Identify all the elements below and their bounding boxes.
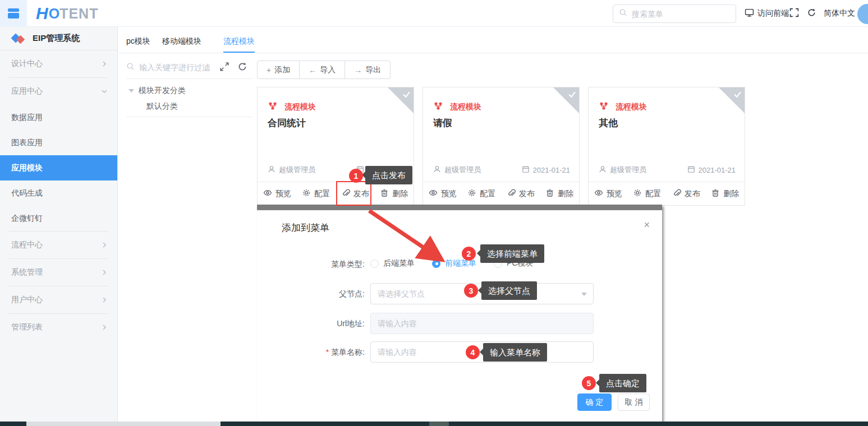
card-owner: 超级管理员	[599, 165, 646, 175]
preview-button[interactable]: 预览	[423, 182, 462, 205]
avatar[interactable]	[857, 4, 868, 24]
sidebar-collapse-button[interactable]	[0, 0, 27, 27]
sidebar-item-manage-list[interactable]: 管理列表	[0, 314, 117, 341]
card-type: 流程模块	[433, 101, 481, 113]
confirm-button[interactable]: 确 定	[577, 393, 612, 411]
import-label: 导入	[320, 65, 336, 75]
sidebar-item-label: 应用模块	[11, 163, 43, 173]
delete-button[interactable]: 删除	[375, 182, 414, 205]
sidebar-item-user-center[interactable]: 用户中心	[0, 286, 117, 313]
export-button[interactable]: →导出	[345, 61, 391, 79]
flow-icon	[433, 101, 443, 113]
parent-node-label: 父节点:	[257, 289, 365, 299]
check-icon	[568, 90, 576, 101]
sidebar-item-label: 设计中心	[11, 59, 43, 69]
publish-button[interactable]: 发布	[336, 182, 375, 205]
trash-icon	[545, 188, 554, 199]
cards-toolbar: +添加 ←导入 →导出	[257, 61, 391, 79]
config-button[interactable]: 配置	[297, 182, 336, 205]
flow-icon	[599, 101, 609, 113]
sidebar-item-label: 管理列表	[11, 322, 43, 332]
app-root: HOTENT 访问前端 简体中文	[0, 0, 868, 426]
card-owner-label: 超级管理员	[444, 165, 481, 175]
sidebar-item-wecom-dingtalk[interactable]: 企微钉钉	[0, 206, 117, 231]
trash-icon	[711, 188, 720, 199]
add-button[interactable]: +添加	[257, 61, 300, 79]
divider	[126, 117, 252, 117]
scrollbar-thumb[interactable]	[26, 422, 221, 426]
delete-label: 删除	[558, 189, 573, 199]
import-button[interactable]: ←导入	[299, 61, 345, 79]
tree-filter[interactable]	[126, 59, 219, 76]
sidebar-item-app-center[interactable]: 应用中心	[0, 78, 117, 105]
tree-node-label: 默认分类	[146, 101, 178, 112]
calendar-icon	[522, 165, 530, 175]
step-badge-2: 2	[462, 247, 476, 261]
config-button[interactable]: 配置	[628, 182, 667, 205]
publish-button[interactable]: 发布	[501, 182, 540, 205]
delete-button[interactable]: 删除	[706, 182, 745, 205]
tree-node-root[interactable]: 模块开发分类	[128, 83, 186, 99]
fullscreen-icon	[789, 8, 799, 19]
sidebar-item-label: 企微钉钉	[11, 214, 43, 224]
url-input	[370, 313, 594, 334]
card-title: 合同统计	[268, 117, 306, 129]
menu-name-label: *菜单名称:	[257, 348, 365, 358]
tree-node-default[interactable]: 默认分类	[146, 99, 178, 114]
preview-label: 预览	[441, 189, 457, 199]
preview-button[interactable]: 预览	[258, 182, 297, 205]
config-button[interactable]: 配置	[462, 182, 502, 205]
sidebar-item-app-module[interactable]: 应用模块	[0, 155, 117, 180]
step-badge-4: 4	[466, 345, 480, 359]
app-logo: HOTENT	[36, 4, 98, 22]
eye-icon	[263, 188, 272, 199]
tab-mobile-module[interactable]: 移动端模块	[162, 34, 201, 53]
publish-label: 发布	[353, 189, 369, 199]
tab-pc-module[interactable]: pc模块	[126, 34, 150, 53]
tabs-underline	[118, 53, 868, 53]
top-bar: HOTENT 访问前端 简体中文	[0, 0, 868, 27]
tree-node-label: 模块开发分类	[139, 86, 186, 96]
tab-process-module[interactable]: 流程模块	[223, 34, 255, 53]
gear-icon	[633, 188, 642, 199]
radio-backend-menu[interactable]: 后端菜单	[370, 258, 415, 268]
menu-search-input[interactable]	[632, 10, 733, 18]
sidebar-item-data-app[interactable]: 数据应用	[0, 105, 117, 130]
close-icon[interactable]: ×	[644, 219, 650, 231]
preview-button[interactable]: 预览	[589, 182, 628, 205]
card-owner: 超级管理员	[433, 165, 481, 175]
publish-button[interactable]: 发布	[667, 182, 706, 205]
arrow-left-icon: ←	[309, 66, 316, 75]
chevron-down-icon	[100, 87, 108, 95]
sidebar-item-chart-app[interactable]: 图表应用	[0, 130, 117, 155]
sidebar-item-code-gen[interactable]: 代码生成	[0, 180, 117, 206]
refresh-button[interactable]	[807, 0, 816, 27]
expand-icon[interactable]	[219, 62, 231, 73]
card-type-label: 流程模块	[450, 102, 481, 112]
tree-refresh-icon[interactable]	[237, 62, 249, 73]
config-label: 配置	[314, 189, 330, 199]
required-mark: *	[326, 348, 329, 356]
menu-search[interactable]	[613, 4, 736, 23]
chevron-right-icon	[100, 241, 108, 249]
card-type: 流程模块	[268, 101, 316, 113]
visit-frontend-button[interactable]: 访问前端	[745, 0, 789, 27]
fullscreen-button[interactable]	[789, 0, 799, 27]
sidebar-item-system-manage[interactable]: 系统管理	[0, 259, 117, 286]
sidebar-item-process-center[interactable]: 流程中心	[0, 231, 117, 258]
config-label: 配置	[645, 189, 661, 199]
chevron-right-icon	[100, 268, 108, 276]
card-owner-label: 超级管理员	[610, 165, 646, 175]
step-badge-3: 3	[464, 284, 478, 298]
search-icon	[126, 62, 135, 73]
url-label: Url地址:	[257, 319, 365, 329]
step-tip-2: 选择前端菜单	[480, 244, 544, 263]
horizontal-scrollbar[interactable]	[0, 422, 868, 426]
delete-button[interactable]: 删除	[540, 182, 580, 205]
step-badge-5: 5	[582, 376, 596, 390]
trash-icon	[380, 188, 389, 199]
sidebar-item-label: 用户中心	[11, 295, 43, 305]
language-switcher[interactable]: 简体中文	[824, 0, 855, 27]
sidebar-item-design-center[interactable]: 设计中心	[0, 50, 117, 77]
cancel-button[interactable]: 取 消	[618, 393, 650, 411]
